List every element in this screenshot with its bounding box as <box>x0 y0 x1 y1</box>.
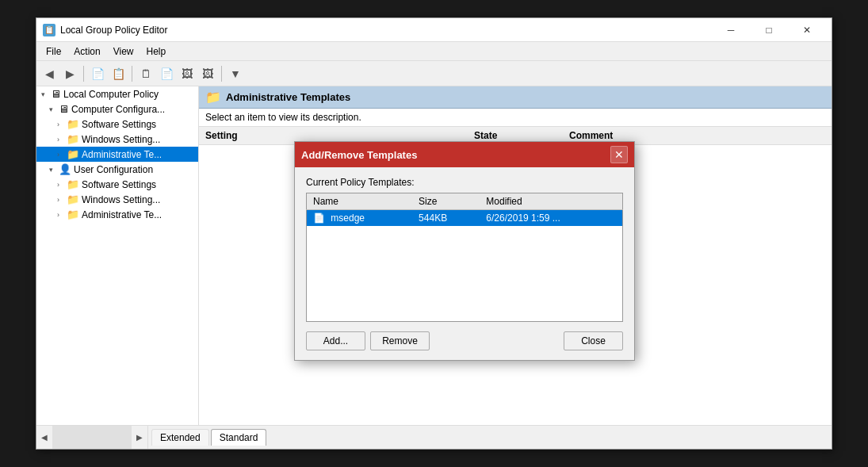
sidebar: ▾ 🖥 Local Computer Policy ▾ 🖥 Computer C… <box>36 86 199 425</box>
folder-icon: 📁 <box>67 148 79 160</box>
folder-icon: 📁 <box>67 178 79 190</box>
close-button[interactable]: Close <box>564 331 623 350</box>
menu-view[interactable]: View <box>107 44 140 59</box>
table-empty-row <box>307 226 623 321</box>
main-window: 📋 Local Group Policy Editor ─ □ ✕ File A… <box>36 17 832 450</box>
arrow-icon: › <box>57 121 65 128</box>
scroll-left-btn[interactable]: ◀ <box>36 426 52 449</box>
minimize-button[interactable]: ─ <box>713 18 749 42</box>
arrow-icon: › <box>57 151 65 159</box>
tree-item-software-settings[interactable]: › 📁 Software Settings <box>36 117 198 132</box>
menu-help[interactable]: Help <box>140 44 173 59</box>
dialog-close-icon-btn[interactable]: ✕ <box>610 146 628 163</box>
tree-item-user-software-settings[interactable]: › 📁 Software Settings <box>36 177 198 192</box>
toolbar-up[interactable]: 📄 <box>88 64 107 83</box>
arrow-icon: › <box>57 181 65 189</box>
table-cell-name: 📄 msedge <box>307 210 413 227</box>
status-scroll-area <box>52 426 132 449</box>
scroll-right-btn[interactable]: ▶ <box>132 426 147 449</box>
toolbar-icon2[interactable]: 📄 <box>157 64 176 83</box>
toolbar-back[interactable]: ◀ <box>40 64 59 83</box>
table-cell-size: 544KB <box>412 210 480 227</box>
toolbar-icon3[interactable]: 🖼 <box>178 64 197 83</box>
table-header-size: Size <box>412 193 480 210</box>
tree-item-local-policy[interactable]: ▾ 🖥 Local Computer Policy <box>36 86 198 101</box>
toolbar-show-hide[interactable]: 📋 <box>109 64 128 83</box>
title-bar: 📋 Local Group Policy Editor ─ □ ✕ <box>36 18 832 42</box>
toolbar-forward[interactable]: ▶ <box>60 64 79 83</box>
menu-bar: File Action View Help <box>36 42 832 61</box>
file-icon: 📄 <box>313 212 325 224</box>
toolbar-icon4[interactable]: 🖼 <box>198 64 217 83</box>
tree-item-user-admin-templates[interactable]: › 📁 Administrative Te... <box>36 207 198 222</box>
dialog-policy-label: Current Policy Templates: <box>306 177 623 188</box>
tree-item-user-config[interactable]: ▾ 👤 User Configuration <box>36 162 198 177</box>
panel-description: Select an item to view its description. <box>199 109 832 127</box>
tree-item-windows-settings[interactable]: › 📁 Windows Setting... <box>36 132 198 147</box>
table-row[interactable]: 📄 msedge 544KB 6/26/2019 1:59 ... <box>307 210 623 227</box>
close-button[interactable]: ✕ <box>789 18 825 42</box>
arrow-icon: › <box>57 211 65 219</box>
dialog-templates-table: Name Size Modified 📄 msedge 544KB <box>306 193 623 322</box>
menu-file[interactable]: File <box>40 44 67 59</box>
toolbar-icon1[interactable]: 🗒 <box>136 64 155 83</box>
folder-icon: 📁 <box>67 118 79 130</box>
toolbar-sep-2 <box>132 66 132 82</box>
add-button[interactable]: Add... <box>306 331 365 350</box>
status-bar: ◀ ▶ Extended Standard <box>36 425 832 449</box>
panel-header-icon: 📁 <box>205 90 221 105</box>
dialog-title-text: Add/Remove Templates <box>301 149 610 161</box>
toolbar-filter[interactable]: ▼ <box>226 64 245 83</box>
app-icon: 📋 <box>43 24 55 36</box>
tab-standard[interactable]: Standard <box>211 429 267 446</box>
dialog-buttons: Add... Remove Close <box>306 331 623 350</box>
tree-item-admin-templates[interactable]: › 📁 Administrative Te... <box>36 147 198 162</box>
tree-item-user-windows-settings[interactable]: › 📁 Windows Setting... <box>36 192 198 207</box>
toolbar: ◀ ▶ 📄 📋 🗒 📄 🖼 🖼 ▼ <box>36 61 832 86</box>
computer-icon: 🖥 <box>51 88 61 100</box>
folder-icon: 📁 <box>67 209 79 220</box>
user-icon: 👤 <box>59 163 71 175</box>
tree-item-computer-config[interactable]: ▾ 🖥 Computer Configura... <box>36 101 198 117</box>
title-bar-controls: ─ □ ✕ <box>713 18 825 42</box>
toolbar-sep-1 <box>83 66 84 82</box>
arrow-icon: › <box>57 196 65 204</box>
tab-area: Extended Standard <box>148 429 270 446</box>
table-header-modified: Modified <box>480 193 622 210</box>
tab-extended[interactable]: Extended <box>151 429 209 446</box>
panel-header: 📁 Administrative Templates <box>199 86 832 109</box>
computer-icon: 🖥 <box>59 103 69 115</box>
menu-action[interactable]: Action <box>67 44 106 59</box>
window-title: Local Group Policy Editor <box>60 25 713 36</box>
arrow-icon: ▾ <box>49 166 57 174</box>
table-header-name: Name <box>307 193 413 210</box>
add-remove-templates-dialog: Add/Remove Templates ✕ Current Policy Te… <box>294 141 635 361</box>
panel-header-title: Administrative Templates <box>226 91 350 103</box>
folder-icon: 📁 <box>67 133 79 145</box>
arrow-icon: ▾ <box>49 105 57 113</box>
arrow-icon: › <box>57 136 65 144</box>
remove-button[interactable]: Remove <box>370 331 430 350</box>
folder-icon: 📁 <box>67 193 79 205</box>
restore-button[interactable]: □ <box>751 18 787 42</box>
dialog-body: Current Policy Templates: Name Size Modi… <box>295 167 634 360</box>
table-cell-modified: 6/26/2019 1:59 ... <box>480 210 622 227</box>
arrow-icon: ▾ <box>41 90 49 98</box>
status-scroll-left: ◀ ▶ <box>36 426 148 449</box>
toolbar-sep-3 <box>221 66 222 82</box>
dialog-title-bar: Add/Remove Templates ✕ <box>295 142 634 167</box>
